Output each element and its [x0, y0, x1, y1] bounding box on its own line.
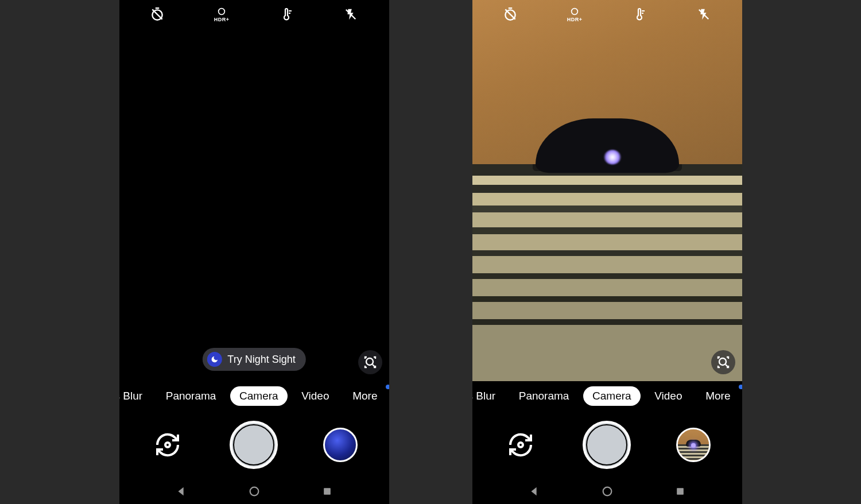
android-navbar: [119, 479, 389, 504]
night-sight-chip[interactable]: Try Night Sight: [202, 348, 305, 371]
nav-recent-icon[interactable]: [321, 486, 333, 497]
nav-home-icon[interactable]: [601, 485, 614, 498]
camera-controls: [472, 411, 742, 479]
nav-back-icon[interactable]: [175, 485, 188, 498]
mode-lens-blur[interactable]: s Blur: [472, 386, 505, 406]
camera-viewfinder[interactable]: Try Night Sight: [119, 29, 389, 381]
switch-camera-button[interactable]: [503, 431, 538, 459]
flash-off-icon[interactable]: [692, 2, 716, 26]
svg-point-3: [165, 443, 170, 447]
mode-camera[interactable]: Camera: [583, 386, 641, 406]
mode-panorama[interactable]: Panorama: [157, 386, 226, 406]
moon-icon: [207, 352, 222, 367]
hdr-plus-icon[interactable]: HDR+: [210, 2, 234, 26]
svg-rect-5: [324, 488, 331, 495]
new-feature-dot-icon: [738, 383, 742, 390]
flash-off-icon[interactable]: [339, 2, 363, 26]
mode-video[interactable]: Video: [292, 386, 338, 406]
phone-screenshot-right: HDR+ s Blur Panorama Camera Video More: [472, 0, 742, 504]
gallery-thumbnail[interactable]: [323, 428, 358, 462]
nav-back-icon[interactable]: [528, 485, 541, 498]
camera-modes-rail[interactable]: s Blur Panorama Camera Video More: [119, 381, 389, 411]
gallery-thumbnail[interactable]: [676, 428, 711, 462]
nav-recent-icon[interactable]: [674, 486, 686, 497]
nav-home-icon[interactable]: [248, 485, 261, 498]
switch-camera-button[interactable]: [150, 431, 185, 459]
mode-more[interactable]: More: [696, 386, 739, 406]
camera-modes-rail[interactable]: s Blur Panorama Camera Video More: [472, 381, 742, 411]
mode-camera[interactable]: Camera: [230, 386, 288, 406]
svg-point-2: [366, 358, 373, 365]
phone-screenshot-left: HDR+ Try Night Sight s Blur Panorama Cam…: [119, 0, 389, 504]
temperature-icon[interactable]: [274, 2, 298, 26]
timer-off-icon[interactable]: [498, 2, 522, 26]
svg-point-10: [603, 487, 612, 496]
svg-point-4: [250, 487, 259, 496]
svg-point-6: [719, 358, 726, 365]
svg-rect-11: [677, 488, 684, 495]
shutter-button[interactable]: [583, 421, 631, 469]
camera-viewfinder[interactable]: [472, 0, 742, 381]
hdr-label: HDR+: [214, 17, 230, 22]
camera-topbar: HDR+: [472, 0, 742, 29]
hdr-plus-icon[interactable]: HDR+: [563, 2, 587, 26]
mode-video[interactable]: Video: [645, 386, 691, 406]
camera-topbar: HDR+: [119, 0, 389, 29]
hdr-label: HDR+: [567, 17, 583, 22]
mode-lens-blur[interactable]: s Blur: [119, 386, 152, 406]
shutter-button[interactable]: [230, 421, 278, 469]
temperature-icon[interactable]: [627, 2, 651, 26]
new-feature-dot-icon: [385, 383, 389, 390]
viewfinder-subject: [472, 0, 742, 381]
android-navbar: [472, 479, 742, 504]
google-lens-button[interactable]: [358, 350, 382, 374]
mode-more[interactable]: More: [343, 386, 386, 406]
svg-point-9: [518, 443, 523, 447]
chip-label: Try Night Sight: [227, 354, 295, 366]
svg-point-8: [572, 8, 578, 14]
google-lens-button[interactable]: [711, 350, 735, 374]
camera-controls: [119, 411, 389, 479]
svg-point-1: [219, 8, 225, 14]
mode-panorama[interactable]: Panorama: [510, 386, 579, 406]
timer-off-icon[interactable]: [145, 2, 169, 26]
